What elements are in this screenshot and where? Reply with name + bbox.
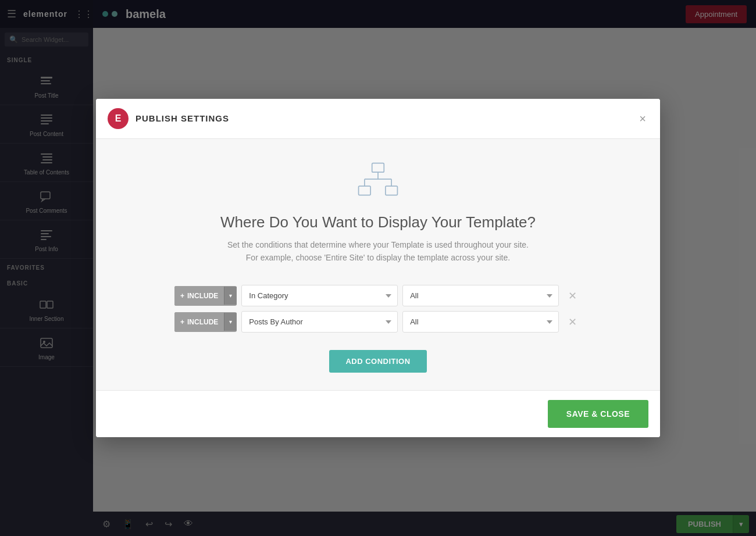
- editor-background: ☰ elementor ⋮⋮ 🔍 SINGLE Post Title: [0, 0, 756, 536]
- condition-type-select-1[interactable]: In Category Entire Site In Tag Posts By …: [241, 285, 398, 306]
- modal-overlay: E PUBLISH SETTINGS ×: [0, 0, 756, 536]
- modal-main-title: Where Do You Want to Display Your Templa…: [220, 213, 536, 231]
- modal-close-button[interactable]: ×: [637, 110, 648, 127]
- modal-footer: SAVE & CLOSE: [96, 390, 660, 437]
- plus-icon: +: [180, 318, 184, 326]
- condition-type-select-2[interactable]: In Category Entire Site In Tag Posts By …: [241, 311, 398, 333]
- include-label: INCLUDE: [187, 318, 218, 326]
- modal-header: E PUBLISH SETTINGS ×: [96, 99, 660, 139]
- modal-header-icon: E: [108, 108, 129, 129]
- modal-title: PUBLISH SETTINGS: [135, 113, 229, 123]
- network-icon-container: [355, 162, 401, 199]
- include-label: INCLUDE: [187, 292, 218, 300]
- condition-row-1: + INCLUDE ▾ In Category Entire Site In T…: [174, 285, 582, 306]
- conditions-container: + INCLUDE ▾ In Category Entire Site In T…: [174, 285, 582, 333]
- include-dropdown-arrow-2[interactable]: ▾: [224, 313, 237, 331]
- publish-settings-modal: E PUBLISH SETTINGS ×: [96, 99, 660, 438]
- modal-body: Where Do You Want to Display Your Templa…: [96, 139, 660, 391]
- include-button-1[interactable]: + INCLUDE ▾: [174, 286, 237, 306]
- include-button-2[interactable]: + INCLUDE ▾: [174, 312, 237, 332]
- modal-subtitle-line1: Set the conditions that determine where …: [227, 238, 529, 265]
- save-close-button[interactable]: SAVE & CLOSE: [548, 400, 648, 428]
- remove-condition-button-2[interactable]: ✕: [564, 315, 582, 330]
- condition-value-select-1[interactable]: All Specific: [402, 285, 559, 306]
- add-condition-button[interactable]: ADD CONDITION: [329, 350, 426, 373]
- svg-rect-26: [386, 186, 398, 195]
- include-dropdown-arrow[interactable]: ▾: [224, 287, 237, 305]
- plus-icon: +: [180, 292, 184, 300]
- svg-rect-25: [359, 186, 371, 195]
- network-icon: [355, 162, 401, 199]
- condition-row-2: + INCLUDE ▾ In Category Entire Site In T…: [174, 311, 582, 333]
- svg-rect-20: [372, 163, 384, 171]
- condition-value-select-2[interactable]: All Specific: [402, 311, 559, 333]
- remove-condition-button-1[interactable]: ✕: [564, 288, 582, 303]
